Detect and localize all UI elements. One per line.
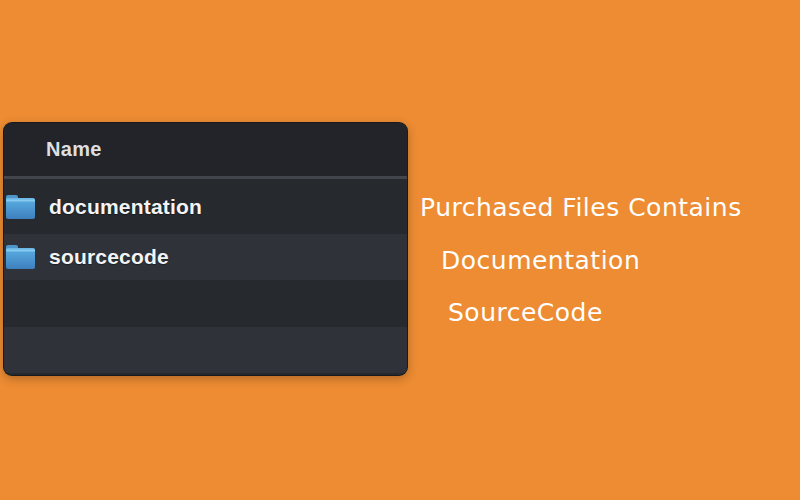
caption-title: Purchased Files Contains [420, 192, 742, 224]
file-label: documentation [49, 195, 202, 219]
caption-item: Documentation [441, 245, 742, 277]
empty-row-stripe [4, 327, 407, 373]
column-header-name[interactable]: Name [46, 138, 102, 161]
caption-item: SourceCode [448, 297, 742, 329]
folder-icon [5, 194, 36, 220]
file-row-documentation[interactable]: documentation [4, 179, 407, 234]
file-label: sourcecode [49, 245, 169, 269]
empty-row-stripe [4, 280, 407, 327]
caption: Purchased Files Contains Documentation S… [420, 192, 742, 329]
column-header-row: Name [4, 123, 407, 179]
desktop-background: Name documentation [0, 0, 800, 500]
finder-window: Name documentation [3, 122, 408, 376]
folder-icon [5, 244, 36, 270]
file-row-sourcecode[interactable]: sourcecode [4, 234, 407, 280]
